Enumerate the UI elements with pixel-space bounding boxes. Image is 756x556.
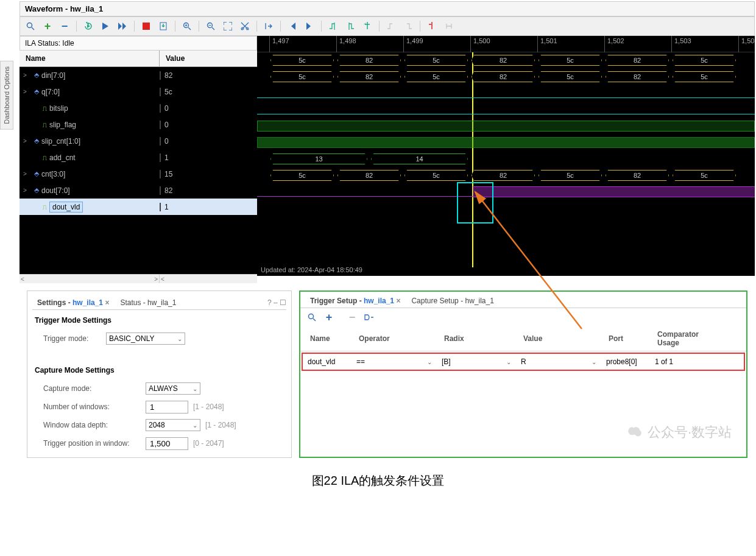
- signal-row[interactable]: >⬘ q[7:0]5c: [19, 83, 257, 100]
- wave-row: 1314: [257, 151, 755, 167]
- search-icon[interactable]: [306, 312, 317, 323]
- bus-icon: ⬘: [34, 71, 39, 79]
- signal-value-cell: 0: [160, 121, 217, 129]
- num-windows-hint: [1 - 2048]: [193, 403, 224, 411]
- time-ruler[interactable]: 1,4971,4981,4991,5001,5011,5021,5031,504: [257, 36, 755, 52]
- ila-status: ILA Status: Idle: [19, 36, 257, 51]
- cut-icon[interactable]: [239, 21, 250, 32]
- signal-value-cell: 1: [160, 153, 217, 162]
- wave-bus-segment: 14: [371, 153, 468, 164]
- wave-bus-segment: 82: [472, 71, 535, 82]
- trigger-row[interactable]: dout_vld ==⌄ [B]⌄ R⌄ probe8[0] 1 of 1: [302, 353, 745, 371]
- signal-value-cell: 0: [160, 104, 217, 113]
- column-value-header[interactable]: Value: [160, 51, 257, 66]
- signal-row[interactable]: >⬘ cnt[3:0]15: [19, 166, 257, 182]
- selection-highlight: [457, 182, 493, 223]
- trigger-radix-select[interactable]: [B]⌄: [437, 356, 516, 367]
- trigger-value-select[interactable]: R⌄: [516, 356, 601, 367]
- prev-edge-icon[interactable]: [328, 21, 339, 32]
- th-name[interactable]: Name: [305, 329, 354, 348]
- expand-icon[interactable]: >: [23, 138, 29, 144]
- run-trigger-icon[interactable]: [83, 21, 94, 32]
- wave-row: [257, 135, 755, 151]
- go-start-icon[interactable]: [287, 21, 298, 32]
- minus-icon[interactable]: −: [59, 21, 70, 32]
- gate-icon[interactable]: [364, 312, 375, 323]
- fast-forward-icon[interactable]: [117, 21, 128, 32]
- column-name-header[interactable]: Name: [19, 51, 160, 66]
- dashboard-options-tab[interactable]: Dashboard Options: [0, 61, 13, 130]
- signal-row[interactable]: ⎍ add_cnt1: [19, 149, 257, 166]
- play-icon[interactable]: [100, 21, 111, 32]
- expand-icon[interactable]: >: [23, 72, 29, 79]
- wave-bus-segment: 82: [337, 71, 401, 82]
- wave-bus-segment: 82: [606, 170, 669, 181]
- th-comparator[interactable]: Comparator Usage: [652, 329, 726, 348]
- next-marker-icon[interactable]: [403, 21, 414, 32]
- waveform-canvas[interactable]: 1,500 1,4971,4981,4991,5001,5011,5021,50…: [257, 36, 755, 276]
- goto-cursor-icon[interactable]: [263, 21, 274, 32]
- capture-mode-select[interactable]: ALWAYS⌄: [146, 382, 200, 395]
- trigger-mode-select[interactable]: BASIC_ONLY⌄: [106, 333, 185, 345]
- export-icon[interactable]: [158, 21, 169, 32]
- signal-row[interactable]: >⬘ slip_cnt[1:0]0: [19, 133, 257, 149]
- tab-trigger-setup[interactable]: Trigger Setup - hw_ila_1 ×: [305, 294, 405, 308]
- signal-row[interactable]: ⎍ slip_flag0: [19, 116, 257, 133]
- svg-text:+: +: [364, 22, 367, 27]
- zoom-fit-icon[interactable]: [222, 21, 233, 32]
- tab-capture-setup[interactable]: Capture Setup - hw_ila_1: [406, 294, 498, 308]
- close-icon[interactable]: ×: [105, 298, 109, 307]
- value-scrollbar[interactable]: <: [160, 275, 257, 283]
- signal-row[interactable]: ⎍ bitslip0: [19, 100, 257, 116]
- add-marker-icon[interactable]: +: [362, 21, 373, 32]
- wave-row: 5c825c825c825c: [257, 69, 755, 85]
- signal-row[interactable]: ⎍ dout_vld1: [19, 199, 257, 215]
- trigger-op-select[interactable]: ==⌄: [352, 356, 437, 367]
- svg-line-17: [313, 318, 316, 321]
- signal-row[interactable]: >⬘ dout[7:0]82: [19, 182, 257, 199]
- search-icon[interactable]: [25, 21, 36, 32]
- bit-icon: ⎍: [43, 154, 47, 161]
- trigpos-input[interactable]: [146, 437, 188, 450]
- maximize-icon[interactable]: ☐: [280, 298, 286, 307]
- remove-marker-icon[interactable]: [426, 21, 437, 32]
- zoom-in-icon[interactable]: [182, 21, 193, 32]
- signal-row[interactable]: >⬘ din[7:0]82: [19, 67, 257, 83]
- svg-point-18: [635, 430, 641, 437]
- go-end-icon[interactable]: [304, 21, 315, 32]
- depth-hint: [1 - 2048]: [205, 421, 236, 429]
- settings-panel: Settings - hw_ila_1 × Status - hw_ila_1 …: [27, 290, 292, 458]
- help-icon[interactable]: ?: [267, 298, 272, 307]
- plus-icon[interactable]: +: [323, 312, 334, 323]
- tab-status[interactable]: Status - hw_ila_1: [115, 296, 181, 309]
- num-windows-input[interactable]: [146, 401, 188, 413]
- expand-icon[interactable]: >: [23, 171, 29, 177]
- signal-name-label: q[7:0]: [41, 88, 60, 96]
- zoom-out-icon[interactable]: [205, 21, 216, 32]
- name-scrollbar[interactable]: <>: [19, 275, 160, 283]
- depth-select[interactable]: 2048⌄: [146, 419, 200, 431]
- th-port[interactable]: Port: [604, 329, 652, 348]
- plus-icon[interactable]: +: [42, 21, 53, 32]
- wave-row: 5c825c825c825c: [257, 167, 755, 184]
- svg-point-0: [27, 23, 32, 28]
- minimize-icon[interactable]: –: [274, 298, 278, 307]
- th-radix[interactable]: Radix: [439, 329, 518, 348]
- swap-markers-icon[interactable]: [443, 21, 454, 32]
- close-icon[interactable]: ×: [396, 297, 400, 305]
- trigger-port-cell: probe8[0]: [601, 356, 650, 367]
- num-windows-label: Number of windows:: [43, 403, 141, 411]
- next-edge-icon[interactable]: [345, 21, 356, 32]
- bit-icon: ⎍: [43, 121, 47, 128]
- capture-mode-label: Capture mode:: [43, 384, 141, 393]
- wave-bus-segment: 5c: [270, 170, 334, 181]
- minus-icon[interactable]: −: [347, 312, 358, 323]
- expand-icon[interactable]: >: [23, 187, 29, 194]
- th-value[interactable]: Value: [518, 329, 604, 348]
- th-operator[interactable]: Operator: [354, 329, 439, 348]
- tab-settings[interactable]: Settings - hw_ila_1 ×: [32, 296, 114, 309]
- stop-icon[interactable]: [141, 21, 152, 32]
- prev-marker-icon[interactable]: [386, 21, 397, 32]
- signal-name-label: cnt[3:0]: [41, 170, 65, 178]
- expand-icon[interactable]: >: [23, 88, 29, 95]
